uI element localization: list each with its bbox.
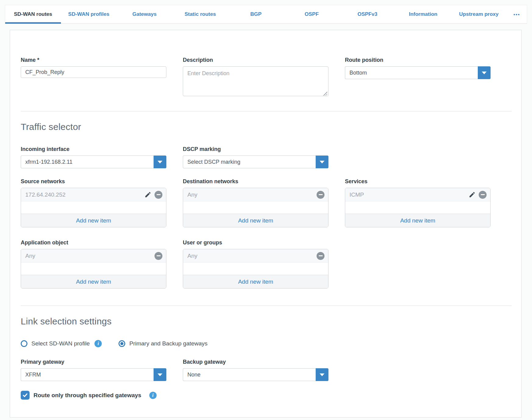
tab-ospf[interactable]: OSPF bbox=[284, 5, 339, 23]
backup-gateway-label: Backup gateway bbox=[183, 359, 328, 365]
remove-icon[interactable] bbox=[317, 252, 325, 260]
route-only-checkbox-group: Route only through specified gateways i bbox=[21, 391, 521, 400]
add-new-item-label: Add new item bbox=[400, 217, 435, 224]
sdwan-route-form: Name * Description Route position Bottom… bbox=[10, 30, 522, 418]
list-empty-area bbox=[21, 201, 166, 214]
primary-gateway-label: Primary gateway bbox=[21, 359, 166, 365]
dscp-dropdown[interactable]: Select DSCP marking bbox=[183, 156, 328, 168]
application-object-label: Application object bbox=[21, 240, 166, 246]
source-networks-add-button[interactable]: Add new item bbox=[21, 214, 166, 227]
services-list: ICMP Add new item bbox=[345, 188, 491, 227]
list-empty-area bbox=[183, 263, 328, 275]
application-object-value: Any bbox=[25, 253, 154, 259]
edit-icon[interactable] bbox=[469, 191, 476, 198]
chevron-down-icon bbox=[320, 373, 325, 376]
add-new-item-label: Add new item bbox=[238, 217, 273, 224]
list-item: Any bbox=[183, 249, 328, 263]
list-item: Any bbox=[183, 188, 328, 201]
link-selection-title: Link selection settings bbox=[21, 316, 521, 327]
primary-gateway-dropdown[interactable]: XFRM bbox=[21, 368, 166, 381]
section-divider bbox=[21, 306, 512, 306]
route-only-checkbox-label: Route only through specified gateways bbox=[34, 392, 141, 399]
incoming-interface-dropdown[interactable]: xfrm1-192.168.2.11 bbox=[21, 156, 166, 168]
list-empty-area bbox=[183, 201, 328, 214]
primary-backup-radio[interactable] bbox=[119, 340, 125, 347]
info-icon[interactable]: i bbox=[149, 392, 157, 399]
tab-upstream-proxy[interactable]: Upstream proxy bbox=[451, 5, 507, 23]
name-label: Name * bbox=[21, 57, 166, 63]
tabs-more-button[interactable]: ••• bbox=[507, 5, 527, 23]
application-object-list: Any Add new item bbox=[21, 249, 166, 289]
user-or-groups-label: User or groups bbox=[183, 240, 328, 246]
incoming-interface-field-group: Incoming interface xfrm1-192.168.2.11 bbox=[21, 146, 166, 168]
name-field-group: Name * bbox=[21, 57, 166, 78]
description-textarea[interactable] bbox=[183, 66, 328, 96]
tab-ospfv3[interactable]: OSPFv3 bbox=[339, 5, 395, 23]
primary-backup-radio-label: Primary and Backup gateways bbox=[129, 340, 207, 347]
sdwan-profile-radio[interactable] bbox=[21, 340, 27, 347]
services-label: Services bbox=[345, 178, 491, 185]
remove-icon[interactable] bbox=[154, 252, 162, 260]
application-object-field-group: Application object Any Add new item bbox=[21, 240, 166, 289]
info-icon[interactable]: i bbox=[94, 340, 102, 347]
source-network-value: 172.64.240.252 bbox=[25, 191, 144, 198]
sdwan-profile-radio-group: Select SD-WAN profile i bbox=[21, 340, 102, 347]
dscp-value: Select DSCP marking bbox=[183, 156, 316, 168]
list-empty-area bbox=[345, 201, 490, 214]
list-item: 172.64.240.252 bbox=[21, 188, 166, 201]
backup-gateway-dropdown[interactable]: None bbox=[183, 368, 328, 381]
tab-bgp[interactable]: BGP bbox=[228, 5, 284, 23]
dscp-dropdown-button[interactable] bbox=[316, 156, 328, 168]
destination-networks-list: Any Add new item bbox=[183, 188, 328, 227]
destination-network-value: Any bbox=[187, 191, 317, 198]
destination-networks-label: Destination networks bbox=[183, 178, 328, 185]
tab-gateways[interactable]: Gateways bbox=[117, 5, 172, 23]
incoming-interface-dropdown-button[interactable] bbox=[154, 156, 166, 168]
backup-gateway-dropdown-button[interactable] bbox=[316, 368, 328, 381]
chevron-down-icon bbox=[320, 161, 325, 163]
tab-sdwan-profiles[interactable]: SD-WAN profiles bbox=[61, 5, 117, 23]
dscp-field-group: DSCP marking Select DSCP marking bbox=[183, 146, 328, 168]
services-field-group: Services ICMP Add new item bbox=[345, 178, 491, 227]
backup-gateway-value: None bbox=[183, 368, 316, 381]
remove-icon[interactable] bbox=[317, 191, 325, 199]
user-or-groups-list: Any Add new item bbox=[183, 249, 328, 289]
list-item: Any bbox=[21, 249, 166, 263]
route-position-value: Bottom bbox=[345, 66, 478, 79]
route-position-dropdown[interactable]: Bottom bbox=[345, 66, 491, 79]
route-only-checkbox[interactable] bbox=[21, 391, 30, 400]
backup-gateway-field-group: Backup gateway None bbox=[183, 359, 328, 381]
user-or-groups-add-button[interactable]: Add new item bbox=[183, 275, 328, 288]
sdwan-profile-radio-label: Select SD-WAN profile bbox=[31, 340, 90, 347]
name-input[interactable] bbox=[21, 66, 166, 78]
user-or-groups-value: Any bbox=[187, 253, 317, 259]
source-networks-list: 172.64.240.252 Add new item bbox=[21, 188, 166, 227]
list-empty-area bbox=[21, 263, 166, 275]
service-value: ICMP bbox=[349, 191, 469, 198]
list-item: ICMP bbox=[345, 188, 490, 201]
description-label: Description bbox=[183, 57, 328, 63]
add-new-item-label: Add new item bbox=[76, 278, 111, 285]
remove-icon[interactable] bbox=[154, 191, 162, 199]
primary-gateway-dropdown-button[interactable] bbox=[154, 368, 166, 381]
description-field-group: Description bbox=[183, 57, 328, 97]
destination-networks-add-button[interactable]: Add new item bbox=[183, 214, 328, 227]
tab-bar: SD-WAN routes SD-WAN profiles Gateways S… bbox=[5, 5, 527, 24]
application-object-add-button[interactable]: Add new item bbox=[21, 275, 166, 288]
destination-networks-field-group: Destination networks Any Add new item bbox=[183, 178, 328, 227]
section-divider bbox=[21, 111, 512, 111]
primary-gateway-field-group: Primary gateway XFRM bbox=[21, 359, 166, 381]
edit-icon[interactable] bbox=[144, 191, 151, 198]
user-or-groups-field-group: User or groups Any Add new item bbox=[183, 240, 328, 289]
route-position-label: Route position bbox=[345, 57, 491, 63]
tab-static-routes[interactable]: Static routes bbox=[172, 5, 228, 23]
incoming-interface-value: xfrm1-192.168.2.11 bbox=[21, 156, 154, 168]
tab-information[interactable]: Information bbox=[395, 5, 451, 23]
route-position-dropdown-button[interactable] bbox=[478, 66, 491, 79]
services-add-button[interactable]: Add new item bbox=[345, 214, 490, 227]
source-networks-label: Source networks bbox=[21, 178, 166, 185]
route-position-field-group: Route position Bottom bbox=[345, 57, 491, 79]
remove-icon[interactable] bbox=[479, 191, 487, 199]
tab-sdwan-routes[interactable]: SD-WAN routes bbox=[5, 5, 61, 23]
chevron-down-icon bbox=[158, 161, 162, 163]
